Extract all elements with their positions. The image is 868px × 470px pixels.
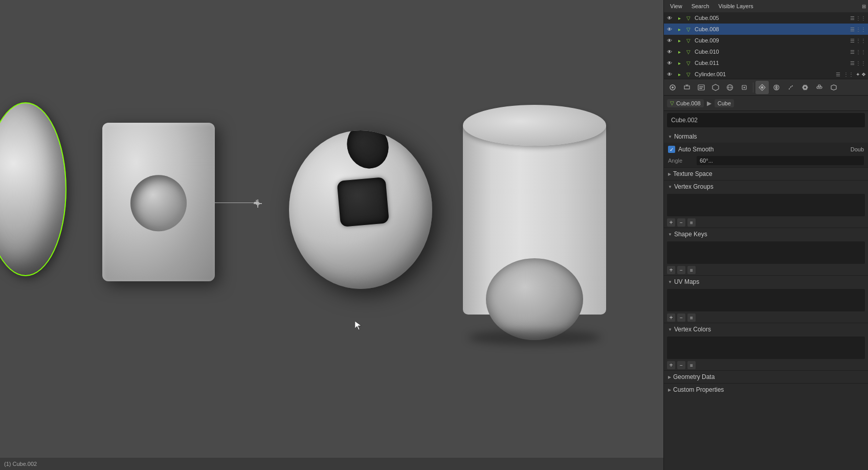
outliner-item-cube005[interactable]: 👁 ▸ ▽ Cube.005 ☰ ⋮⋮ bbox=[664, 12, 868, 24]
vertex-groups-menu-btn[interactable]: ≡ bbox=[687, 218, 696, 227]
uv-maps-remove-btn[interactable]: − bbox=[677, 314, 685, 322]
auto-smooth-label: Auto Smooth bbox=[678, 146, 848, 153]
extras-icon-010: ⋮⋮ bbox=[856, 49, 866, 55]
extras-icon: ⋮⋮ bbox=[856, 15, 866, 21]
shape-keys-menu-btn[interactable]: ≡ bbox=[687, 266, 696, 274]
uv-maps-add-btn[interactable]: + bbox=[667, 314, 675, 322]
tab-view[interactable]: View bbox=[666, 2, 686, 10]
status-bar: (1) Cube.002 bbox=[0, 458, 663, 470]
vertex-colors-menu-btn[interactable]: ≡ bbox=[687, 361, 696, 369]
cursor-crosshair bbox=[253, 198, 263, 209]
vertex-groups-header[interactable]: Vertex Groups bbox=[664, 181, 868, 193]
active-object-btn2[interactable]: Cube bbox=[715, 99, 734, 107]
svg-line-23 bbox=[791, 86, 792, 87]
geometry-data-header[interactable]: Geometry Data bbox=[664, 371, 868, 383]
properties-content[interactable]: Normals Auto Smooth Doub Angle 60°... Te… bbox=[664, 129, 868, 470]
vertex-colors-label: Vertex Colors bbox=[674, 326, 711, 333]
prop-icon-output[interactable] bbox=[680, 81, 694, 94]
prop-icon-view-layer[interactable] bbox=[695, 81, 708, 94]
normals-section-header[interactable]: Normals bbox=[664, 130, 868, 143]
vertex-groups-controls: + − ≡ bbox=[664, 217, 868, 228]
object-icon-009: ▽ bbox=[686, 38, 694, 43]
geometry-data-label: Geometry Data bbox=[673, 373, 715, 381]
extra-icons-cyl: ✦ ❖ bbox=[856, 72, 866, 77]
prop-icon-material[interactable] bbox=[770, 81, 783, 94]
prop-icon-particles[interactable] bbox=[784, 81, 797, 94]
extras-icon-008: ⋮⋮ bbox=[856, 27, 866, 32]
properties-icons bbox=[664, 79, 868, 96]
texture-space-header[interactable]: Texture Space bbox=[664, 168, 868, 180]
visibility-icon-cyl[interactable]: 👁 bbox=[666, 72, 673, 77]
visibility-icon-011[interactable]: 👁 bbox=[666, 60, 673, 66]
visibility-icon-009[interactable]: 👁 bbox=[666, 38, 673, 43]
svg-line-22 bbox=[789, 87, 791, 89]
tab-visible-layers[interactable]: Visible Layers bbox=[715, 2, 758, 10]
object-icon-cyl: ▽ bbox=[686, 72, 694, 77]
status-text: (1) Cube.002 bbox=[4, 461, 37, 467]
prop-icon-constraints[interactable] bbox=[813, 81, 826, 94]
ball-object[interactable] bbox=[289, 130, 432, 289]
viewport[interactable]: (1) Cube.002 bbox=[0, 0, 663, 470]
object-icon-011: ▽ bbox=[686, 60, 694, 66]
custom-properties-header[interactable]: Custom Properties bbox=[664, 384, 868, 396]
vertex-colors-add-btn[interactable]: + bbox=[667, 361, 675, 369]
uv-maps-menu-btn[interactable]: ≡ bbox=[687, 314, 696, 322]
normals-section: Normals Auto Smooth Doub Angle 60°... bbox=[664, 130, 868, 168]
vertex-groups-add-btn[interactable]: + bbox=[667, 218, 675, 227]
cylinder-top bbox=[463, 105, 606, 146]
shape-keys-arrow bbox=[668, 232, 672, 237]
outliner-item-cube009[interactable]: 👁 ▸ ▽ Cube.009 ☰ ⋮⋮ bbox=[664, 35, 868, 46]
outliner-item-cube008[interactable]: 👁 ▸ ▽ Cube.008 ☰ ⋮⋮ bbox=[664, 24, 868, 35]
prop-icon-physics[interactable] bbox=[798, 81, 812, 94]
sphere-left-object[interactable] bbox=[0, 102, 66, 276]
angle-input[interactable]: 60°... bbox=[697, 156, 864, 165]
object-icon-008: ▽ bbox=[686, 27, 694, 32]
svg-rect-9 bbox=[699, 88, 702, 89]
filter-icon-010: ☰ bbox=[850, 49, 855, 55]
outliner-item-cube011[interactable]: 👁 ▸ ▽ Cube.011 ☰ ⋮⋮ bbox=[664, 57, 868, 69]
cube-object[interactable] bbox=[102, 123, 215, 281]
tab-search[interactable]: Search bbox=[687, 2, 714, 10]
custom-properties-section: Custom Properties bbox=[664, 384, 868, 396]
prop-icon-render[interactable] bbox=[666, 81, 679, 94]
prop-icon-world[interactable] bbox=[723, 81, 737, 94]
shape-keys-remove-btn[interactable]: − bbox=[677, 266, 685, 274]
normals-arrow bbox=[668, 134, 672, 139]
mesh-icon: ▸ bbox=[678, 15, 685, 21]
prop-icon-mesh-data[interactable] bbox=[755, 81, 769, 94]
uv-maps-header[interactable]: UV Maps bbox=[664, 276, 868, 288]
active-object-btn[interactable]: ▽ Cube.008 bbox=[667, 99, 704, 107]
normals-label: Normals bbox=[674, 133, 697, 140]
vertex-colors-remove-btn[interactable]: − bbox=[677, 361, 685, 369]
visibility-icon-008[interactable]: 👁 bbox=[666, 27, 673, 32]
ball-hole-top bbox=[341, 130, 395, 174]
vertex-groups-remove-btn[interactable]: − bbox=[677, 218, 685, 227]
shape-keys-header[interactable]: Shape Keys bbox=[664, 228, 868, 240]
angle-label: Angle bbox=[668, 158, 694, 164]
auto-smooth-row: Auto Smooth Doub bbox=[664, 143, 868, 156]
svg-point-15 bbox=[744, 86, 745, 88]
svg-marker-3 bbox=[355, 321, 361, 330]
texture-space-section: Texture Space bbox=[664, 168, 868, 181]
uv-maps-arrow bbox=[668, 279, 672, 284]
prop-icon-scene[interactable] bbox=[709, 81, 722, 94]
prop-icon-modifiers[interactable] bbox=[827, 81, 840, 94]
visibility-icon[interactable]: 👁 bbox=[666, 15, 673, 21]
svg-point-5 bbox=[672, 86, 674, 88]
texture-space-label: Texture Space bbox=[673, 170, 713, 177]
prop-icon-object[interactable] bbox=[738, 81, 751, 94]
outliner-item-cylinder001[interactable]: 👁 ▸ ▽ Cylinder.001 ☰ ⋮⋮ ✦ ❖ bbox=[664, 69, 868, 79]
outliner-item-cube010[interactable]: 👁 ▸ ▽ Cube.010 ☰ ⋮⋮ bbox=[664, 46, 868, 57]
cylinder-object[interactable] bbox=[463, 105, 606, 335]
angle-row: Angle 60°... bbox=[664, 156, 868, 167]
vertex-colors-header[interactable]: Vertex Colors bbox=[664, 323, 868, 335]
visibility-icon-010[interactable]: 👁 bbox=[666, 49, 673, 55]
data-name-field[interactable]: Cube.002 bbox=[667, 113, 865, 127]
shape-keys-add-btn[interactable]: + bbox=[667, 266, 675, 274]
mesh-icon-009: ▸ bbox=[678, 38, 685, 43]
outliner[interactable]: View Search Visible Layers ⊞ 👁 ▸ ▽ Cube.… bbox=[664, 0, 868, 79]
auto-smooth-checkbox[interactable] bbox=[668, 146, 675, 153]
outliner-header: View Search Visible Layers ⊞ bbox=[664, 0, 868, 12]
mesh-icon-011: ▸ bbox=[678, 60, 685, 66]
vertex-groups-arrow bbox=[668, 184, 672, 189]
